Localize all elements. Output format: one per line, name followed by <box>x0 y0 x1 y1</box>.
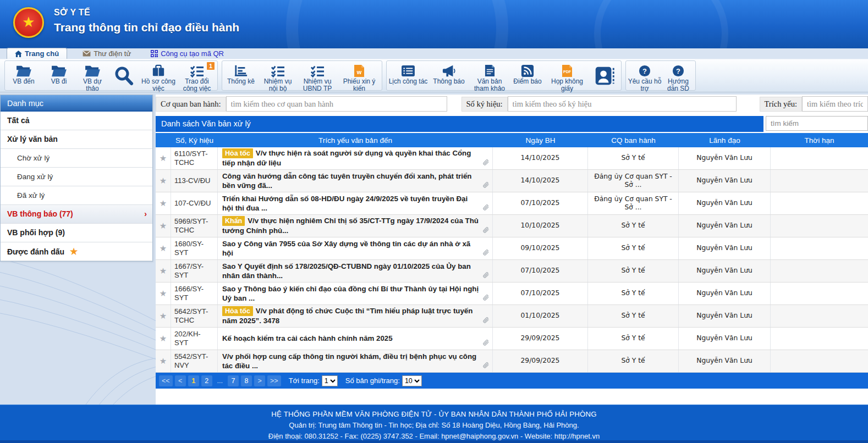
row-trich-yeu-link[interactable]: Kế hoạch kiểm tra cải cách hành chính nă… <box>218 328 493 350</box>
tab-cong-cu-qr[interactable]: Công cụ tạo mã QR <box>143 48 232 59</box>
toolbar-nhiem-vu-noi-bo-button[interactable]: Nhiệm vụ nội bộ <box>259 63 297 93</box>
folder-icon <box>76 63 108 78</box>
sidebar-item-vb-phoi-hop[interactable]: VB phối hợp (9) <box>1 224 152 242</box>
toolbar-diem-bao-button[interactable]: Điểm báo <box>510 63 545 85</box>
row-star-toggle[interactable]: ★ <box>156 260 171 282</box>
sidebar-item-vb-thong-bao[interactable]: VB thông báo (77) › <box>1 205 152 224</box>
toolbar-thong-bao-button[interactable]: Thông báo <box>428 63 469 85</box>
svg-text:?: ? <box>642 67 647 75</box>
paperclip-attachment-icon[interactable] <box>482 294 490 303</box>
toolbar-lich-cong-tac-button[interactable]: Lịch công tác <box>388 63 428 85</box>
toolbar-vb-den-button[interactable]: VB đến <box>6 63 41 85</box>
column-cq-ban-hanh: CQ ban hành <box>588 136 679 145</box>
sidebar-item-da-xu-ly[interactable]: Đã xử lý <box>1 186 152 205</box>
row-trich-yeu-link[interactable]: Hỏa tốcV/v thực hiện rà soát người sử dụ… <box>218 147 493 169</box>
next-page-button[interactable]: > <box>254 375 265 386</box>
row-so-ky-hieu: 5969/SYT-TCHC <box>171 215 218 237</box>
paperclip-attachment-icon[interactable] <box>482 226 490 235</box>
toolbar-yeu-cau-ho-tro-button[interactable]: ? Yêu cầu hỗ trợ <box>627 63 662 93</box>
row-trich-yeu-link[interactable]: Triển khai Hướng dẫn số 08-HD/ĐU ngày 24… <box>218 192 493 214</box>
row-ngay-bh: 09/10/2025 <box>493 237 588 259</box>
page-button-7[interactable]: 7 <box>228 375 239 386</box>
page-footer: HỆ THỐNG PHẦN MỀM VĂN PHÒNG ĐIỆN TỬ - ỦY… <box>0 405 868 443</box>
row-trich-yeu-link[interactable]: Công văn hướng dẫn công tác tuyên truyền… <box>218 170 493 192</box>
goto-page-select[interactable]: 1 <box>322 375 338 386</box>
sidebar-title: Danh mục <box>1 95 152 112</box>
toolbar-vb-di-button[interactable]: VB đi <box>41 63 76 85</box>
toolbar-trao-doi-cong-viec-button[interactable]: 1 Trao đổi công việc <box>178 63 216 93</box>
row-trich-yeu-link[interactable]: Sao y Công văn 7955 của Sở Xây dựng về t… <box>218 237 493 259</box>
table-row: ★ 5642/SYT-TCHC Hỏa tốcV/v phát động tổ … <box>156 305 868 328</box>
paperclip-attachment-icon[interactable] <box>482 361 490 370</box>
paperclip-attachment-icon[interactable] <box>482 203 490 213</box>
paperclip-attachment-icon[interactable] <box>482 158 490 168</box>
row-so-ky-hieu: 5542/SYT-NVY <box>171 350 218 372</box>
row-ngay-bh: 29/09/2025 <box>493 350 588 372</box>
row-lanh-dao: Nguyễn Văn Lưu <box>679 192 771 214</box>
row-cq-ban-hanh: Sở Y tế <box>588 147 679 169</box>
row-star-toggle[interactable]: ★ <box>156 328 171 350</box>
folder-icon <box>6 63 41 78</box>
sidebar: Danh mục Tất cả Xử lý văn bản Chờ xử lý … <box>0 95 153 262</box>
quick-search-input[interactable] <box>766 116 868 131</box>
toolbar-search-button[interactable] <box>108 63 139 88</box>
prev-page-button[interactable]: < <box>175 375 186 386</box>
row-thoi-han <box>771 260 868 282</box>
co-quan-ban-hanh-input[interactable] <box>226 96 447 112</box>
toolbar: VB đến VB đi VB dự thảo Hồ sơ công việc … <box>0 59 868 92</box>
page-button-2[interactable]: 2 <box>201 375 212 386</box>
toolbar-contacts-button[interactable] <box>589 63 620 88</box>
toolbar-huong-dan-sd-button[interactable]: ? Hướng dẫn SD <box>662 63 694 93</box>
sidebar-item-duoc-danh-dau[interactable]: Được đánh dấu ★ <box>1 242 152 261</box>
row-star-toggle[interactable]: ★ <box>156 350 171 372</box>
per-page-select[interactable]: 10 <box>402 375 422 386</box>
row-trich-yeu-link[interactable]: Hỏa tốcV/v phát động tổ chức Cuộc thi “T… <box>218 305 493 327</box>
row-star-toggle[interactable]: ★ <box>156 192 171 214</box>
tab-bar: Trang chủ Thư điện tử Công cụ tạo mã QR <box>0 48 868 59</box>
page-button-1[interactable]: 1 <box>188 375 199 386</box>
notification-badge: 1 <box>206 62 215 70</box>
so-ky-hieu-input[interactable] <box>508 96 737 112</box>
main-content: Cơ quan ban hành: Số ký hiệu: Trích yếu:… <box>156 95 868 405</box>
row-trich-yeu-link[interactable]: V/v phối hợp cung cấp thông tin người kh… <box>218 350 493 372</box>
paperclip-attachment-icon[interactable] <box>482 271 490 280</box>
toolbar-thong-ke-button[interactable]: Thống kê <box>223 63 259 85</box>
toolbar-group-help: ? Yêu cầu hỗ trợ ? Hướng dẫn SD <box>625 60 696 91</box>
sidebar-item-cho-xu-ly[interactable]: Chờ xử lý <box>1 149 152 168</box>
page-button-8[interactable]: 8 <box>241 375 252 386</box>
tab-trang-chu[interactable]: Trang chủ <box>7 48 67 59</box>
last-page-button[interactable]: >> <box>267 375 281 386</box>
row-star-toggle[interactable]: ★ <box>156 147 171 169</box>
so-ky-hieu-label: Số ký hiệu: <box>462 97 508 112</box>
row-star-toggle[interactable]: ★ <box>156 237 171 259</box>
tab-thu-dien-tu[interactable]: Thư điện tử <box>75 48 139 59</box>
row-ngay-bh: 29/09/2025 <box>493 328 588 350</box>
briefcase-icon <box>139 63 178 78</box>
paperclip-attachment-icon[interactable] <box>482 181 490 190</box>
toolbar-hop-khong-giay-button[interactable]: PDF Họp không giấy <box>545 63 589 93</box>
trich-yeu-input[interactable] <box>802 96 868 112</box>
toolbar-phieu-xin-y-kien-button[interactable]: w Phiếu xin ý kiến <box>338 63 381 93</box>
toolbar-ho-so-cong-viec-button[interactable]: Hồ sơ công việc <box>139 63 178 93</box>
first-page-button[interactable]: << <box>159 375 173 386</box>
sidebar-item-tat-ca[interactable]: Tất cả <box>1 112 152 130</box>
column-thoi-han: Thời hạn <box>771 136 868 145</box>
row-star-toggle[interactable]: ★ <box>156 215 171 237</box>
sidebar-item-dang-xu-ly[interactable]: Đang xử lý <box>1 168 152 186</box>
toolbar-vb-du-thao-button[interactable]: VB dự thảo <box>76 63 108 93</box>
row-trich-yeu-link[interactable]: Sao Y Quyết định số 178/2025/QĐ-CTUBND n… <box>218 260 493 282</box>
paperclip-attachment-icon[interactable] <box>482 316 490 325</box>
row-lanh-dao: Nguyễn Văn Lưu <box>679 328 771 350</box>
paperclip-attachment-icon[interactable] <box>482 339 490 348</box>
toolbar-nhiem-vu-ubnd-tp-button[interactable]: Nhiệm vụ UBND TP <box>297 63 338 93</box>
row-trich-yeu-link[interactable]: Sao y Thông báo ý kiến chỉ đạo của đồng … <box>218 283 493 304</box>
row-star-toggle[interactable]: ★ <box>156 283 171 304</box>
row-lanh-dao: Nguyễn Văn Lưu <box>679 170 771 192</box>
row-star-toggle[interactable]: ★ <box>156 305 171 327</box>
paperclip-attachment-icon[interactable] <box>482 248 490 258</box>
row-so-ky-hieu: 5642/SYT-TCHC <box>171 305 218 327</box>
row-trich-yeu-link[interactable]: KhẩnV/v thực hiện nghiêm Chỉ thị số 35/C… <box>218 215 493 237</box>
row-star-toggle[interactable]: ★ <box>156 170 171 192</box>
toolbar-van-ban-tham-khao-button[interactable]: Văn bản tham khảo <box>469 63 510 93</box>
sidebar-item-xu-ly-van-ban[interactable]: Xử lý văn bản <box>1 130 152 149</box>
